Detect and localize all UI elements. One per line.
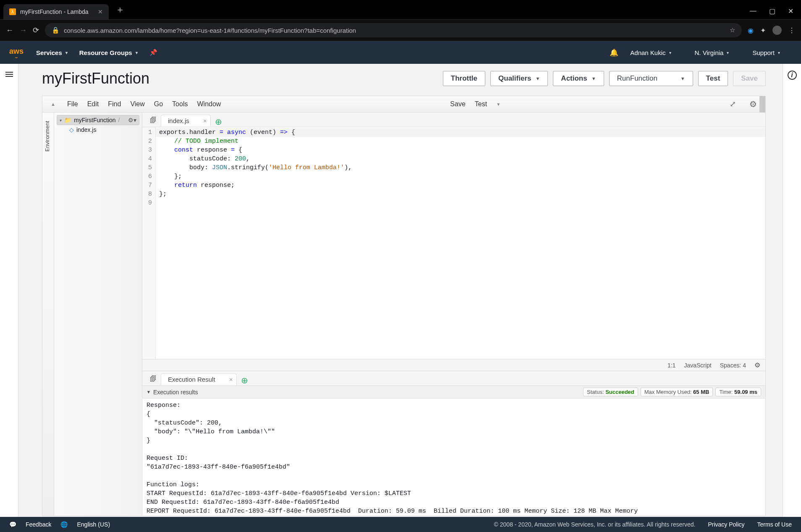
menu-go[interactable]: Go bbox=[154, 100, 163, 108]
language-link[interactable]: English (US) bbox=[77, 521, 110, 528]
address-bar[interactable]: 🔒 console.aws.amazon.com/lambda/home?reg… bbox=[45, 23, 742, 37]
menu-tools[interactable]: Tools bbox=[172, 100, 188, 108]
close-icon[interactable]: × bbox=[229, 376, 233, 383]
chevron-down-icon[interactable]: ▼ bbox=[496, 102, 500, 107]
code-text: response bbox=[193, 147, 231, 154]
file-tree: ▾ 📁 myFirstFunction / ⚙▾ ◇ index.js bbox=[54, 113, 142, 516]
feedback-link[interactable]: Feedback bbox=[26, 521, 51, 528]
add-tab-icon[interactable]: ⊕ bbox=[237, 375, 252, 385]
code-text: JSON bbox=[212, 164, 227, 171]
tree-file[interactable]: ◇ index.js bbox=[57, 125, 139, 134]
line-gutter: 1 2 3 4 5 6 7 8 9 bbox=[142, 127, 156, 359]
globe-icon[interactable]: 🌐 bbox=[60, 521, 68, 528]
close-icon[interactable]: × bbox=[203, 117, 207, 124]
fullscreen-icon[interactable]: ⤢ bbox=[730, 100, 735, 109]
menu-icon[interactable]: ⋮ bbox=[788, 26, 795, 34]
window-controls: — ▢ ✕ bbox=[742, 3, 801, 19]
code-text: .stringify( bbox=[227, 164, 269, 171]
results-tabstrip: 🗐 Execution Result × ⊕ bbox=[142, 371, 765, 386]
browser-tab[interactable]: myFirstFunction - Lambda ✕ bbox=[3, 4, 109, 19]
chevron-down-icon[interactable]: ▼ bbox=[147, 390, 151, 394]
close-window-icon[interactable]: ✕ bbox=[788, 7, 793, 15]
extensions-puzzle-icon[interactable]: ✦ bbox=[760, 26, 766, 34]
gear-icon[interactable]: ⚙ bbox=[749, 99, 757, 109]
actions-label: Actions bbox=[561, 74, 587, 83]
feedback-icon[interactable]: 💬 bbox=[9, 521, 16, 528]
menu-find[interactable]: Find bbox=[108, 100, 121, 108]
action-buttons: Throttle Qualifiers▼ Actions▼ RunFunctio… bbox=[443, 71, 766, 86]
maximize-icon[interactable]: ▢ bbox=[769, 7, 775, 15]
account-menu[interactable]: Adnan Kukic ▾ bbox=[630, 49, 671, 56]
throttle-button[interactable]: Throttle bbox=[443, 71, 485, 86]
status-value: Succeeded bbox=[605, 389, 634, 395]
code-text: }; bbox=[159, 191, 167, 198]
chevron-down-icon: ▼ bbox=[592, 76, 596, 81]
editor-tab[interactable]: index.js × bbox=[161, 115, 211, 127]
menu-window[interactable]: Window bbox=[197, 100, 221, 108]
close-icon[interactable]: ✕ bbox=[98, 8, 103, 15]
code-text: 'Hello from Lambda!' bbox=[269, 164, 344, 171]
menu-view[interactable]: View bbox=[130, 100, 144, 108]
throttle-label: Throttle bbox=[451, 74, 477, 83]
line-number: 1 bbox=[148, 128, 152, 137]
add-tab-icon[interactable]: ⊕ bbox=[211, 117, 226, 127]
services-menu[interactable]: Services ▾ bbox=[36, 49, 68, 56]
collapse-icon[interactable]: ▲ bbox=[51, 102, 55, 107]
qualifiers-button[interactable]: Qualifiers▼ bbox=[490, 71, 548, 86]
privacy-link[interactable]: Privacy Policy bbox=[708, 521, 744, 528]
language-mode[interactable]: JavaScript bbox=[684, 362, 711, 369]
code-text: (event) bbox=[246, 129, 280, 136]
tab-list-icon[interactable]: 🗐 bbox=[146, 114, 161, 127]
new-tab-button[interactable]: ＋ bbox=[109, 0, 131, 19]
extension-icon[interactable]: ◉ bbox=[748, 26, 754, 34]
browser-tab-title: myFirstFunction - Lambda bbox=[20, 8, 89, 15]
tab-list-icon[interactable]: 🗐 bbox=[146, 373, 161, 385]
code-editor[interactable]: 1 2 3 4 5 6 7 8 9 exports.handler = asyn… bbox=[142, 127, 765, 359]
chevron-down-icon: ▾ bbox=[778, 50, 780, 55]
terms-link[interactable]: Terms of Use bbox=[757, 521, 792, 528]
results-panel: 🗐 Execution Result × ⊕ ▼ Execution resul… bbox=[142, 371, 765, 516]
menu-edit[interactable]: Edit bbox=[87, 100, 99, 108]
menu-file[interactable]: File bbox=[67, 100, 78, 108]
folder-path-sep: / bbox=[118, 117, 120, 123]
test-label: Test bbox=[706, 74, 720, 83]
resource-groups-menu[interactable]: Resource Groups ▾ bbox=[79, 49, 138, 56]
aws-logo[interactable]: aws⌣ bbox=[9, 47, 24, 58]
hamburger-icon[interactable] bbox=[5, 71, 13, 78]
cursor-position[interactable]: 1:1 bbox=[668, 362, 675, 369]
right-info-rail: i bbox=[783, 64, 801, 520]
status-chip: Status: Succeeded bbox=[583, 388, 638, 396]
pin-icon[interactable]: 📌 bbox=[149, 49, 157, 56]
memory-chip: Max Memory Used: 65 MB bbox=[641, 388, 713, 396]
resource-groups-label: Resource Groups bbox=[79, 49, 132, 56]
support-menu[interactable]: Support ▾ bbox=[752, 49, 780, 56]
test-event-label: RunFunction bbox=[617, 74, 657, 83]
reload-icon[interactable]: ⟳ bbox=[33, 26, 39, 35]
bell-icon[interactable]: 🔔 bbox=[610, 48, 618, 57]
save-button[interactable]: Save bbox=[733, 71, 766, 86]
menu-test[interactable]: Test bbox=[475, 100, 487, 108]
actions-button[interactable]: Actions▼ bbox=[553, 71, 604, 86]
gear-icon[interactable]: ⚙ bbox=[754, 361, 760, 369]
profile-avatar-icon[interactable] bbox=[772, 26, 782, 35]
back-icon[interactable]: ← bbox=[6, 26, 13, 35]
indent-setting[interactable]: Spaces: 4 bbox=[720, 362, 746, 369]
environment-tab[interactable]: Environment bbox=[42, 113, 54, 516]
info-icon[interactable]: i bbox=[788, 71, 797, 80]
menu-save[interactable]: Save bbox=[450, 100, 465, 108]
gear-icon[interactable]: ⚙▾ bbox=[128, 117, 136, 123]
editor-column: 🗐 index.js × ⊕ 1 2 3 4 5 bbox=[142, 113, 765, 516]
test-event-select[interactable]: RunFunction▼ bbox=[609, 71, 693, 86]
forward-icon[interactable]: → bbox=[19, 26, 27, 35]
star-icon[interactable]: ☆ bbox=[730, 26, 735, 34]
results-body[interactable]: Response: { "statusCode": 200, "body": "… bbox=[142, 398, 765, 516]
editor-tab-label: index.js bbox=[168, 117, 189, 124]
results-tab[interactable]: Execution Result × bbox=[161, 373, 237, 385]
minimize-icon[interactable]: — bbox=[750, 7, 756, 15]
region-menu[interactable]: N. Virginia ▾ bbox=[695, 49, 729, 56]
code-text: = bbox=[231, 147, 235, 154]
ide-body: Environment ▾ 📁 myFirstFunction / ⚙▾ ◇ i… bbox=[42, 113, 765, 516]
code-text: const bbox=[174, 147, 193, 154]
tree-folder[interactable]: ▾ 📁 myFirstFunction / ⚙▾ bbox=[57, 115, 139, 125]
test-button[interactable]: Test bbox=[698, 71, 728, 86]
